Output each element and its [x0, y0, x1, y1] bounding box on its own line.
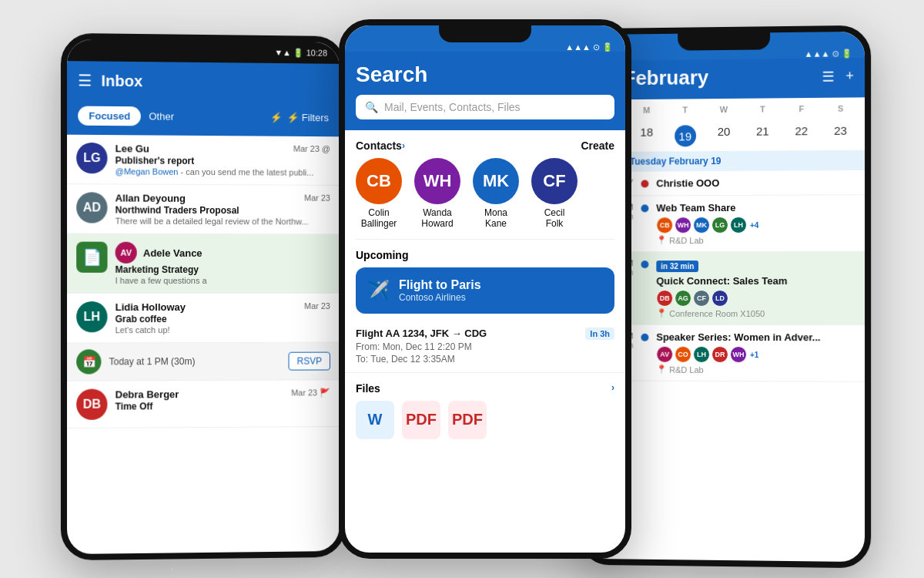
email-date: Mar 23 — [304, 193, 330, 203]
event-avatar: WH — [730, 346, 747, 363]
event-avatar: DB — [656, 290, 673, 307]
event-location: 📍R&D Lab — [656, 235, 854, 246]
cal-date-23[interactable]: 23 — [821, 121, 860, 150]
event-avatar: LG — [711, 217, 728, 234]
event-avatar: AV — [656, 346, 673, 363]
event-content: in 32 min Quick Connect: Sales Team DB A… — [656, 258, 854, 318]
left-status-bar: ▼▲ 🔋 10:28 — [67, 39, 340, 64]
status-icons: ▲▲▲ ⊙ 🔋 — [565, 42, 613, 52]
filter-icon: ⚡ — [270, 112, 283, 123]
event-title: Speaker Series: Women in Adver... — [656, 331, 854, 343]
in-badge: In 3h — [585, 328, 614, 340]
email-content: Lidia Holloway Mar 23 Grab coffee Let's … — [116, 301, 330, 334]
filters-label: ⚡ Filters — [287, 112, 329, 123]
green-file-icon: 📄 — [76, 242, 107, 273]
flight-name: Flight to Paris — [399, 278, 481, 292]
notch — [439, 25, 531, 42]
calendar-dot: 📅 — [76, 349, 101, 374]
location-icon: 📍 — [656, 365, 667, 375]
event-avatar: MK — [693, 217, 710, 234]
email-date: Mar 23 @ — [293, 144, 330, 153]
create-label[interactable]: Create — [581, 139, 614, 152]
location-icon: 📍 — [656, 235, 667, 245]
email-sender: Allan Deyoung — [116, 192, 186, 203]
email-preview: There will be a detailed legal review of… — [116, 217, 330, 227]
event-avatars: CB WH MK LG LH +4 — [656, 216, 854, 234]
email-item[interactable]: LH Lidia Holloway Mar 23 Grab coffee Let… — [67, 294, 340, 343]
event-avatars: AV CO LH DR WH +1 — [656, 346, 854, 364]
event-dot — [641, 334, 648, 341]
day-label-t: T — [666, 102, 705, 117]
email-item-highlighted[interactable]: 📄 AV Adele Vance Marketing Strategy I ha… — [67, 234, 340, 294]
email-item[interactable]: LG Lee Gu Mar 23 @ Publisher's report @M… — [67, 135, 340, 186]
contact-name: WandaHoward — [421, 207, 453, 230]
other-tab[interactable]: Other — [149, 110, 174, 122]
email-subject: Time Off — [116, 400, 330, 412]
contact-item[interactable]: CF CecilFolk — [528, 158, 581, 230]
meeting-time: Today at 1 PM (30m) — [109, 356, 196, 367]
event-location: 📍Conference Room X1050 — [656, 308, 854, 318]
email-preview: I have a few questions a — [116, 276, 330, 285]
event-avatar: WH — [675, 217, 691, 234]
email-sender: Lee Gu — [116, 143, 149, 154]
email-content: Allan Deyoung Mar 23 Northwind Traders P… — [116, 192, 330, 226]
cal-date-22[interactable]: 22 — [782, 121, 822, 149]
plane-icon: ✈️ — [367, 280, 390, 301]
contact-item[interactable]: CB ColinBallinger — [353, 158, 405, 230]
list-view-icon[interactable]: ☰ — [822, 68, 835, 85]
email-subject: Publisher's report — [116, 155, 330, 167]
email-preview: @Megan Bowen - can you send me the lates… — [116, 166, 330, 177]
file-word[interactable]: W — [356, 401, 394, 439]
contact-name: CecilFolk — [544, 207, 565, 230]
cal-date-20[interactable]: 20 — [705, 122, 743, 150]
avatar: AD — [76, 192, 107, 223]
file-icons-row: W PDF PDF — [345, 401, 625, 439]
contact-item[interactable]: WH WandaHoward — [411, 158, 464, 230]
notch — [678, 32, 770, 50]
event-avatar: CB — [656, 217, 673, 234]
file-pdf-2[interactable]: PDF — [448, 401, 487, 439]
email-subject: Grab coffee — [116, 314, 330, 324]
location-icon: 📍 — [656, 308, 667, 318]
contact-avatar: CF — [531, 158, 578, 204]
contact-item[interactable]: MK MonaKane — [470, 158, 522, 230]
day-label-m: M — [628, 102, 666, 118]
email-item[interactable]: AD Allan Deyoung Mar 23 Northwind Trader… — [67, 184, 340, 234]
email-subject: Marketing Strategy — [116, 264, 330, 275]
email-subject: Northwind Traders Proposal — [116, 205, 330, 217]
search-bar[interactable]: 🔍 Mail, Events, Contacts, Files — [356, 95, 614, 119]
menu-icon[interactable]: ☰ — [78, 71, 92, 89]
event-avatar: DR — [711, 346, 728, 363]
email-item[interactable]: DB Debra Berger Mar 23 🚩 Time Off — [67, 380, 340, 428]
event-title: Quick Connect: Sales Team — [656, 275, 854, 287]
filters-button[interactable]: ⚡ ⚡ Filters — [270, 112, 329, 124]
meeting-reminder: 📅 Today at 1 PM (30m) RSVP — [67, 343, 340, 381]
status-icons: ▲▲▲ ⊙ 🔋 — [805, 49, 852, 59]
email-sender: Debra Berger — [116, 388, 179, 400]
files-chevron[interactable]: › — [611, 382, 614, 395]
focused-tab[interactable]: Focused — [78, 106, 141, 126]
flight-detail-title: Flight AA 1234, JFK → CDG In 3h — [356, 328, 614, 340]
flight-card[interactable]: ✈️ Flight to Paris Contoso Airlines — [356, 267, 614, 314]
tabs-bar: Focused Other ⚡ ⚡ Filters — [67, 99, 340, 136]
day-label-t2: T — [743, 101, 782, 116]
day-label-w: W — [705, 102, 743, 117]
file-pdf-1[interactable]: PDF — [402, 401, 440, 439]
cal-date-21[interactable]: 21 — [743, 121, 782, 149]
rsvp-button[interactable]: RSVP — [289, 352, 330, 371]
event-avatar: LD — [711, 290, 728, 307]
event-avatars: DB AG CF LD — [656, 290, 854, 307]
contact-avatar: WH — [414, 158, 460, 204]
cal-date-19[interactable]: 19 — [666, 122, 705, 150]
email-date: Mar 23 🚩 — [291, 388, 330, 398]
flight-detail[interactable]: Flight AA 1234, JFK → CDG In 3h From: Mo… — [345, 320, 625, 373]
event-avatar: AG — [675, 290, 691, 307]
event-avatar: LH — [730, 217, 747, 234]
flight-to: To: Tue, Dec 12 3:35AM — [356, 354, 614, 365]
contacts-label: Contacts — [356, 139, 402, 152]
files-section-header: Files › — [345, 373, 625, 401]
contacts-chevron[interactable]: › — [402, 140, 405, 151]
cal-date-18[interactable]: 18 — [628, 123, 666, 150]
add-event-icon[interactable]: + — [845, 68, 854, 85]
email-date: Mar 23 — [304, 301, 330, 311]
